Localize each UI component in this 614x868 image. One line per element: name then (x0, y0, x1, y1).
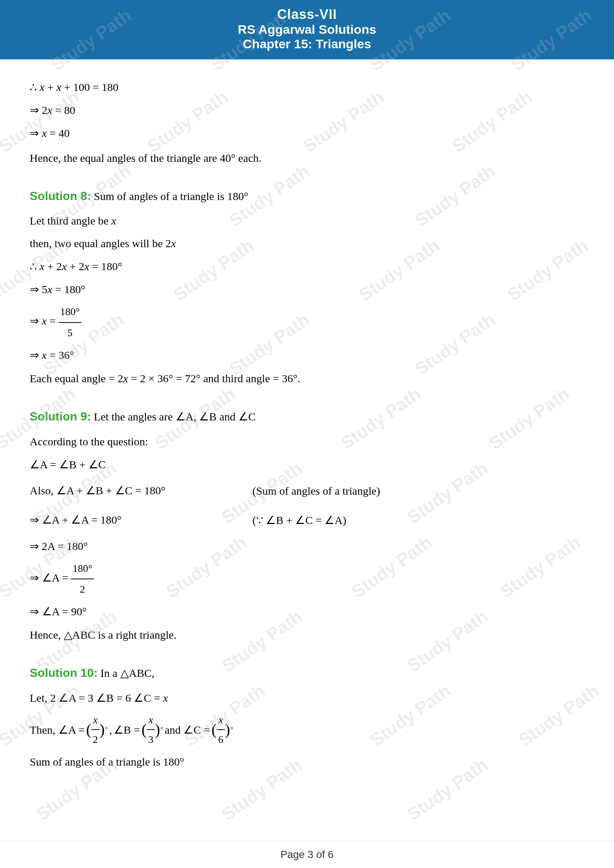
page-header: Class-VII RS Aggarwal Solutions Chapter … (0, 0, 614, 59)
sol10-deg-b: ° (160, 724, 163, 736)
sol10-sum-line: Sum of angles of a triangle is 180° (30, 752, 584, 771)
sol9-line2: ∠A = ∠B + ∠C (30, 454, 584, 474)
solution-9-header-text: Let the angles are ∠A, ∠B and ∠C (91, 411, 256, 423)
sol8-line1: Let third angle be x (30, 211, 584, 230)
sol8-conclusion: Each equal angle = 2x = 2 × 36° = 72° an… (30, 369, 584, 388)
solution-8-header: Solution 8: Sum of angles of a triangle … (30, 186, 584, 206)
sol9-also-line: Also, ∠A + ∠B + ∠C = 180° (Sum of angles… (30, 477, 584, 504)
solution-10-block: Solution 10: In a △ABC, Let, 2 ∠A = 3 ∠B… (30, 663, 584, 771)
sol10-frac-b-num: x (147, 711, 155, 730)
sol9-frac-den: 2 (71, 579, 93, 598)
intro-conclusion: Hence, the equal angles of the triangle … (30, 149, 584, 167)
sol10-then-prefix: Then, ∠A = (30, 720, 85, 739)
sol9-fraction: 180° 2 (71, 559, 93, 599)
sol9-also-right: (Sum of angles of a triangle) (253, 481, 380, 500)
sol9-line1: According to the question: (30, 432, 584, 451)
sol10-deg-a: ° (105, 724, 108, 736)
sol10-paren-c: ( x 6 ) ° (212, 711, 233, 749)
intro-continuation: ∴ x + x + 100 = 180 ⇒ 2x = 80 ⇒ x = 40 H… (30, 77, 584, 167)
intro-line-3: ⇒ x = 40 (30, 123, 584, 143)
sol9-conclusion: Hence, △ABC is a right triangle. (30, 625, 584, 644)
sol8-fraction: 180° 5 (59, 302, 81, 342)
page-container: Study Path Study Path Study Path Study P… (0, 0, 614, 868)
header-title-class: Class-VII (8, 7, 606, 22)
header-title-book: RS Aggarwal Solutions (8, 22, 606, 37)
sol8-frac-den: 5 (59, 323, 81, 342)
sol10-paren-a: ( x 2 ) ° (86, 711, 108, 749)
sol9-implies1-left: ⇒ ∠A + ∠A = 180° (30, 510, 237, 530)
sol10-frac-c-num: x (217, 711, 225, 730)
sol9-implies1: ⇒ ∠A + ∠A = 180° (∵ ∠B + ∠C = ∠A) (30, 507, 584, 533)
solution-8-block: Solution 8: Sum of angles of a triangle … (30, 186, 584, 388)
sol10-frac-a-den: 2 (91, 730, 99, 749)
sol10-and-c: and ∠C = (164, 720, 210, 739)
sol10-frac-c-den: 6 (217, 730, 225, 749)
sol9-also-left: Also, ∠A + ∠B + ∠C = 180° (30, 480, 237, 501)
sol10-frac-b: x 3 (147, 711, 155, 749)
sol9-frac-num: 180° (71, 559, 93, 579)
sol10-frac-b-den: 3 (147, 730, 155, 749)
page-number: Page 3 of 6 (280, 849, 333, 860)
solution-10-header: Solution 10: In a △ABC, (30, 663, 584, 683)
solution-9-label: Solution 9: (30, 410, 91, 423)
sol9-implies1-right: (∵ ∠B + ∠C = ∠A) (253, 511, 346, 530)
sol8-line4: ⇒ 5x = 180° (30, 279, 584, 299)
sol10-comma-b: , (109, 720, 112, 739)
content-area: ∴ x + x + 100 = 180 ⇒ 2x = 80 ⇒ x = 40 H… (0, 59, 614, 841)
sol9-implies2: ⇒ 2A = 180° (30, 536, 584, 556)
solution-9-header: Solution 9: Let the angles are ∠A, ∠B an… (30, 406, 584, 426)
sol8-frac-num: 180° (59, 302, 81, 322)
sol10-angb-label: ∠B = (113, 720, 140, 739)
solution-10-label: Solution 10: (30, 666, 98, 679)
sol9-implies3: ⇒ ∠A = 90° (30, 601, 584, 622)
sol10-line1: Let, 2 ∠A = 3 ∠B = 6 ∠C = x (30, 688, 584, 707)
intro-line-2: ⇒ 2x = 80 (30, 100, 584, 120)
solution-9-block: Solution 9: Let the angles are ∠A, ∠B an… (30, 406, 584, 644)
intro-line-1: ∴ x + x + 100 = 180 (30, 77, 584, 97)
sol8-line3: ∴ x + 2x + 2x = 180° (30, 256, 584, 276)
sol10-frac-a-num: x (91, 711, 99, 730)
solution-10-header-text: In a △ABC, (98, 667, 154, 679)
page-footer: Page 3 of 6 (0, 841, 614, 868)
sol8-line2: then, two equal angles will be 2x (30, 234, 584, 253)
sol10-paren-b: ( x 3 ) ° (141, 711, 163, 749)
sol9-frac-line: ⇒ ∠A = 180° 2 (30, 559, 584, 599)
sol10-frac-c: x 6 (217, 711, 225, 749)
sol10-frac-a: x 2 (91, 711, 99, 749)
sol8-line5: ⇒ x = 36° (30, 345, 584, 365)
sol8-frac-line: ⇒ x = 180° 5 (30, 302, 584, 342)
solution-8-label: Solution 8: (30, 189, 91, 203)
header-title-chapter: Chapter 15: Triangles (8, 37, 606, 51)
sol10-then-line: Then, ∠A = ( x 2 ) ° , ∠B = ( x (30, 711, 584, 749)
solution-8-header-text: Sum of angles of a triangle is 180° (91, 190, 248, 202)
sol10-deg-c: ° (231, 724, 233, 736)
